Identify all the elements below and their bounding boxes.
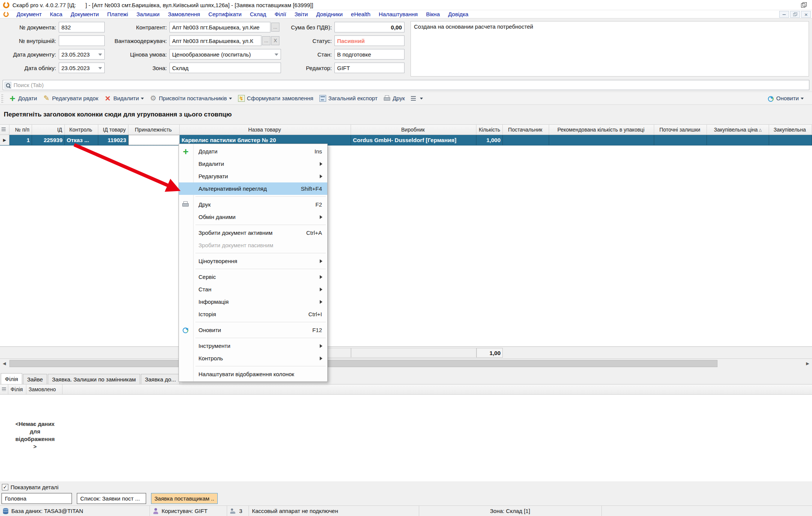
column-header[interactable]: Приналежність [128,125,180,135]
column-header[interactable]: Поточні залишки [654,125,707,135]
column-header[interactable]: ІД [32,125,65,135]
menu-bar-item[interactable]: Налаштування [375,10,422,18]
context-menu-item[interactable]: ДрукF2 [179,198,327,211]
menu-bar-item[interactable]: Каса [46,10,67,18]
context-menu-item[interactable]: Інструменти [179,340,327,352]
document-tab[interactable]: Заявка поставщикам .. [151,493,218,504]
scroll-right-icon[interactable]: ▶ [803,359,812,368]
consignee-clear-button[interactable]: X [271,36,279,45]
menu-bar-item[interactable]: Замовлення [164,10,204,18]
grid-cell[interactable]: 225939 [32,135,65,145]
context-menu-item[interactable]: ОновитиF12 [179,324,327,336]
selected-grid-row[interactable]: ▶1225939Отказ ...119023Карвелис пастилки… [0,135,812,145]
grid-cell[interactable] [549,135,654,145]
grid-cell[interactable]: 1,000 [476,135,503,145]
toolbar-button[interactable] [408,93,426,104]
context-menu-item[interactable]: Ціноутворення [179,255,327,267]
toolbar-grip[interactable] [1,94,4,103]
column-header[interactable]: Виробник [351,125,476,135]
detail-tab[interactable]: Заявка до... [141,374,180,384]
context-menu-item[interactable]: ДодатиIns [179,145,327,158]
search-bar[interactable]: Поиск (Tab) [3,80,809,90]
internal-number-input[interactable] [59,35,105,46]
document-tab[interactable]: Список: Заявки пост ... [77,493,146,504]
document-tab[interactable]: Головна [2,493,72,504]
grid-cell[interactable] [707,135,769,145]
menu-bar-item[interactable]: Вікна [422,10,444,18]
context-menu-item[interactable]: Альтернативний переглядShift+F4 [179,182,327,195]
state-value[interactable]: В подготовке [334,49,404,60]
detail-tab[interactable]: Філія [1,373,22,384]
column-header[interactable]: Рекомендована кількість в упаковці [549,125,654,135]
context-menu-item[interactable] [179,195,327,198]
column-header[interactable]: Закупівельна ціна△ [707,125,769,135]
sum-no-vat-input[interactable]: 0,00 [334,22,404,32]
scroll-left-icon[interactable]: ◀ [0,359,9,368]
doc-number-input[interactable]: 832 [59,22,105,32]
grid-cell[interactable] [128,135,180,145]
context-menu-item[interactable] [179,223,327,227]
grid-cell[interactable] [654,135,707,145]
consignee-input[interactable]: Апт №003 пгт.Барышевка, ул.К [169,35,261,46]
zone-input[interactable]: Склад [169,63,281,73]
grid-cell[interactable]: 119023 [98,135,128,145]
toolbar-button[interactable]: Друк [380,93,408,104]
menu-bar-item[interactable]: Склад [246,10,270,18]
doc-date-combo[interactable]: 23.05.2023 [59,49,105,60]
context-menu-item[interactable] [179,336,327,340]
mdi-control-button[interactable] [790,11,800,18]
menu-bar-item[interactable]: Довідка [444,10,473,18]
menu-bar-item[interactable]: Платежі [103,10,132,18]
context-menu-item[interactable] [179,364,327,368]
horizontal-scrollbar[interactable]: ◀ ▶ [0,359,812,368]
toolbar-button[interactable]: Видалити [101,93,147,104]
context-menu-item[interactable]: Обмін даними [179,211,327,223]
refresh-button[interactable]: Оновити [764,93,807,104]
account-date-combo[interactable]: 23.05.2023 [59,63,105,73]
consignee-browse-button[interactable]: ... [262,36,270,45]
column-header[interactable]: Контроль [65,125,98,135]
search-input[interactable]: Поиск (Tab) [14,82,44,88]
toolbar-button[interactable]: Присвоїти постачальників [147,93,235,104]
column-header[interactable]: Постачальник [503,125,549,135]
context-menu-item[interactable]: Зробити документ активнимCtrl+A [179,227,327,239]
toolbar-button[interactable]: Сформувати замовлення [235,93,316,104]
column-header[interactable]: ІД товару [98,125,128,135]
column-header[interactable] [0,125,9,135]
detail-tab[interactable]: Заявка. Залишки по замінникам [48,374,140,384]
context-menu-item[interactable]: ІсторіяCtrl+I [179,308,327,320]
context-menu-item[interactable]: Сервіс [179,271,327,283]
detail-column-header[interactable]: Філія [8,384,26,394]
column-header[interactable]: № п/п [9,125,32,135]
menu-bar-item[interactable]: Документ [12,10,46,18]
context-menu-item[interactable]: Налаштувати відображення колонок [179,368,327,380]
mdi-control-button[interactable] [779,11,789,18]
toolbar-button[interactable]: Додати [6,93,40,104]
column-header[interactable]: Кількість [476,125,503,135]
grid-cell[interactable]: Cordus GmbH- Dusseldorf [Германия] [351,135,476,145]
menu-bar-item[interactable]: Залишки [132,10,164,18]
menu-bar-item[interactable]: Сертифікати [204,10,246,18]
menu-bar-item[interactable]: Довідники [312,10,347,18]
toolbar-button[interactable]: Редагувати рядок [40,93,101,104]
menu-bar-item[interactable]: Філії [270,10,290,18]
context-menu-item[interactable] [179,251,327,255]
contragent-browse-button[interactable]: ... [271,23,279,32]
mdi-control-button[interactable] [801,11,811,18]
column-header[interactable]: Назва товару [180,125,351,135]
context-menu-item[interactable]: Видалити [179,158,327,170]
context-menu-item[interactable]: Контроль [179,352,327,364]
window-control-button[interactable] [795,0,812,9]
editor-value[interactable]: GIFT [334,63,404,73]
column-header[interactable]: Закупівельна [769,125,812,135]
context-menu-item[interactable]: Стан [179,283,327,296]
context-menu-item[interactable]: Зробити документ пасивним [179,239,327,251]
context-menu-item[interactable] [179,320,327,324]
grid-cell[interactable] [769,135,812,145]
grid-cell[interactable] [503,135,549,145]
grid-cell[interactable]: 1 [9,135,32,145]
contragent-input[interactable]: Апт №003 пгт.Барышевка, ул.Кие [169,22,270,32]
menu-bar-item[interactable]: Документи [66,10,103,18]
toolbar-button[interactable]: Загальний експорт [316,93,381,104]
detail-tab[interactable]: Зайве [23,374,47,384]
